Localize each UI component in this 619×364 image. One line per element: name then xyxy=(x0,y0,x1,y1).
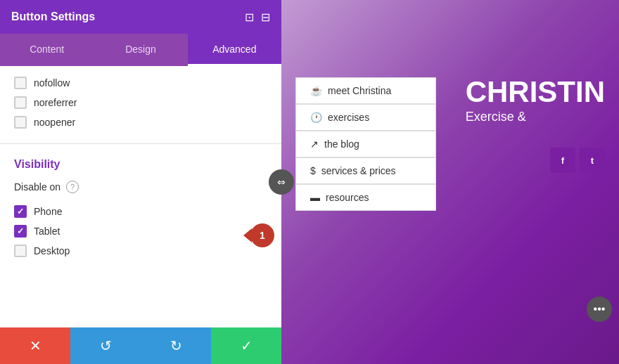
undo-button[interactable]: ↺ xyxy=(70,327,141,364)
noreferrer-checkbox[interactable] xyxy=(14,96,27,109)
noopener-row: noopener xyxy=(14,112,267,132)
visibility-section: Visibility Disable on ? Phone Tablet Des… xyxy=(0,144,281,272)
expand-icon[interactable]: ⊡ xyxy=(245,11,254,24)
brand-overlay: CHRISTIN Exercise & xyxy=(466,77,605,124)
noopener-checkbox[interactable] xyxy=(14,116,27,129)
nav-item-resources[interactable]: ▬ resources xyxy=(295,184,436,211)
desktop-row: Desktop xyxy=(14,241,267,261)
desktop-checkbox[interactable] xyxy=(14,245,27,257)
coffee-icon: ☕ xyxy=(310,85,322,96)
nofollow-label: nofollow xyxy=(34,77,70,89)
tab-design[interactable]: Design xyxy=(94,34,187,66)
bottom-toolbar: ✕ ↺ ↻ ✓ xyxy=(0,327,281,364)
preview-panel: ☕ meet Christina 🕐 exercises ↗ the blog … xyxy=(281,0,619,364)
help-icon[interactable]: ? xyxy=(66,181,79,193)
desktop-label: Desktop xyxy=(34,245,70,256)
panel-title: Button Settings xyxy=(11,11,95,23)
noreferrer-row: noreferrer xyxy=(14,93,267,112)
brand-name: CHRISTIN xyxy=(466,77,605,107)
panel-content: nofollow noreferrer noopener Visibility … xyxy=(0,66,281,364)
tabs: Content Design Advanced xyxy=(0,34,281,66)
nav-item-resources-label: resources xyxy=(326,192,369,203)
cursor-icon: ↗ xyxy=(310,138,319,150)
rel-attributes-section: nofollow noreferrer noopener xyxy=(0,66,281,144)
noreferrer-label: noreferrer xyxy=(34,97,77,108)
nav-item-services-label: services & prices xyxy=(321,165,396,176)
dollar-icon: $ xyxy=(310,165,316,176)
preview-nav-menu: ☕ meet Christina 🕐 exercises ↗ the blog … xyxy=(295,77,436,211)
columns-icon[interactable]: ⊟ xyxy=(261,11,270,24)
phone-checkbox[interactable] xyxy=(14,205,27,218)
tab-advanced[interactable]: Advanced xyxy=(188,34,281,66)
redo-button[interactable]: ↻ xyxy=(141,327,211,364)
tablet-row: Tablet xyxy=(14,221,267,241)
disable-on-row: Disable on ? xyxy=(14,181,267,193)
nav-item-meet-label: meet Christina xyxy=(328,85,391,96)
nav-item-exercises[interactable]: 🕐 exercises xyxy=(295,104,436,131)
panel-header: Button Settings ⊡ ⊟ xyxy=(0,0,281,34)
three-dot-menu[interactable]: ••• xyxy=(587,297,612,322)
tab-content[interactable]: Content xyxy=(0,34,94,66)
header-icons: ⊡ ⊟ xyxy=(245,11,270,24)
archive-icon: ▬ xyxy=(310,192,320,203)
disable-on-label: Disable on xyxy=(14,181,60,193)
nav-item-blog[interactable]: ↗ the blog xyxy=(295,131,436,157)
nofollow-row: nofollow xyxy=(14,73,267,93)
preview-background: ☕ meet Christina 🕐 exercises ↗ the blog … xyxy=(281,0,619,364)
phone-row: Phone xyxy=(14,202,267,221)
facebook-button[interactable]: f xyxy=(550,148,575,173)
nofollow-checkbox[interactable] xyxy=(14,77,27,89)
clock-icon: 🕐 xyxy=(310,112,322,123)
nav-item-exercises-label: exercises xyxy=(328,112,369,123)
nav-item-meet[interactable]: ☕ meet Christina xyxy=(295,77,436,104)
tablet-label: Tablet xyxy=(34,226,60,237)
brand-subtitle: Exercise & xyxy=(466,110,605,124)
resize-handle[interactable]: ⇔ xyxy=(269,169,294,195)
tablet-checkbox[interactable] xyxy=(14,225,27,238)
noopener-label: noopener xyxy=(34,117,75,128)
cancel-button[interactable]: ✕ xyxy=(0,327,70,364)
confirm-button[interactable]: ✓ xyxy=(211,327,281,364)
phone-label: Phone xyxy=(34,206,62,217)
visibility-title: Visibility xyxy=(14,158,267,171)
notification-badge: 1 xyxy=(250,223,274,247)
twitter-button[interactable]: t xyxy=(580,148,605,173)
settings-panel: Button Settings ⊡ ⊟ Content Design Advan… xyxy=(0,0,281,364)
nav-item-services[interactable]: $ services & prices xyxy=(295,157,436,184)
nav-item-blog-label: the blog xyxy=(324,138,359,150)
social-icons: f t xyxy=(550,148,605,173)
